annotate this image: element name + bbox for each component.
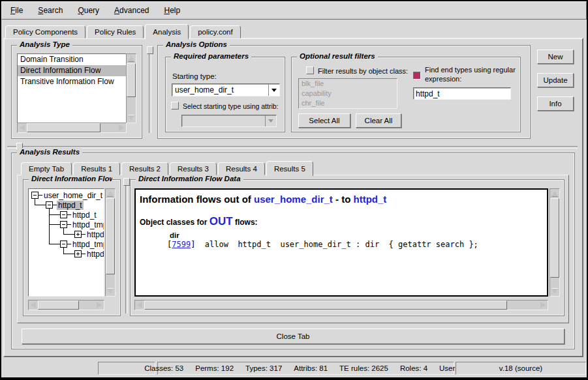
pane-sash-handle[interactable] [123, 178, 130, 186]
menu-query[interactable]: Query [78, 6, 99, 15]
scroll-left-icon[interactable] [135, 300, 144, 310]
object-class-listbox: blk_filecapabilitychr_file [298, 78, 397, 109]
tree-node[interactable]: httpd_tmpfs_t [71, 240, 104, 249]
tab-analysis[interactable]: Analysis [145, 24, 189, 40]
scroll-down-icon[interactable] [106, 287, 115, 296]
tree-expander[interactable] [60, 241, 67, 248]
data-hscrollbar[interactable] [134, 300, 548, 310]
scroll-trough[interactable] [127, 63, 136, 113]
chevron-down-icon[interactable] [268, 84, 279, 96]
tree-expander[interactable] [60, 221, 67, 228]
close-tab-button[interactable]: Close Tab [22, 329, 565, 344]
scroll-thumb[interactable] [550, 198, 559, 278]
attrib-checkbox[interactable] [171, 102, 179, 110]
tab-policy-conf[interactable]: policy.conf [190, 25, 240, 38]
pane-sash[interactable] [149, 54, 151, 133]
new-button[interactable]: New [537, 50, 574, 64]
scroll-trough[interactable] [38, 300, 95, 310]
status-stat: Perms: 192 [195, 364, 234, 372]
scroll-trough[interactable] [27, 123, 117, 132]
tree-vscrollbar[interactable] [105, 188, 116, 297]
scroll-thumb[interactable] [127, 63, 136, 97]
tree-expander[interactable] [46, 201, 53, 209]
scroll-left-icon[interactable] [18, 123, 27, 132]
tree-connector [49, 244, 60, 244]
scroll-down-icon[interactable] [550, 287, 559, 296]
analysis-results-group: Analysis Results Empty TabResults 1Resul… [11, 153, 575, 349]
scroll-thumb[interactable] [144, 300, 507, 310]
tab-policy-components[interactable]: Policy Components [5, 25, 85, 38]
results-tab-bar: Empty TabResults 1Results 2Results 3Resu… [21, 160, 313, 175]
tree-node[interactable]: httpd_t [71, 211, 98, 220]
pane-sash[interactable] [125, 186, 128, 314]
clear-all-button[interactable]: Clear All [356, 113, 401, 128]
analysis-type-hscrollbar[interactable] [17, 123, 127, 133]
object-class-item: blk_file [299, 79, 397, 89]
scroll-right-icon[interactable] [95, 300, 104, 310]
results-tab-results-4[interactable]: Results 4 [218, 162, 265, 175]
tree-node[interactable]: httpd_t [85, 250, 104, 259]
select-all-button[interactable]: Select All [298, 113, 350, 128]
results-tab-results-5[interactable]: Results 5 [266, 161, 313, 177]
flow-data-group: Direct Information Flow Data Information… [130, 179, 565, 316]
pane-sash-handle[interactable] [147, 46, 153, 54]
tree-expander[interactable] [60, 211, 67, 218]
menu-file[interactable]: File [10, 6, 23, 15]
tree-node[interactable]: user_home_dir_t [42, 191, 104, 200]
scroll-right-icon[interactable] [117, 123, 126, 132]
tree-node[interactable]: httpd_tmp_t [71, 220, 104, 229]
regex-checkbox[interactable] [413, 72, 421, 80]
starting-type-label: Starting type: [172, 72, 217, 80]
tree-expander[interactable] [74, 231, 82, 238]
optional-filters-title: Optional result filters [297, 52, 378, 60]
tree-expander[interactable] [74, 250, 82, 257]
menu-search[interactable]: Search [38, 6, 63, 15]
scroll-down-icon[interactable] [127, 113, 136, 123]
status-stats-panel: Classes: 53Perms: 192Types: 317Attribs: … [157, 362, 454, 375]
status-stat: Classes: 53 [144, 364, 183, 372]
results-tab-empty-tab[interactable]: Empty Tab [21, 162, 72, 175]
analysis-type-listbox[interactable]: Domain TransitionDirect Information Flow… [17, 53, 127, 123]
scroll-up-icon[interactable] [127, 54, 136, 63]
scroll-trough[interactable] [550, 198, 559, 287]
tab-policy-rules[interactable]: Policy Rules [87, 25, 144, 38]
scroll-trough[interactable] [144, 300, 538, 310]
scroll-up-icon[interactable] [550, 189, 559, 198]
tree-expander[interactable] [31, 192, 39, 199]
results-tab-results-2[interactable]: Results 2 [121, 162, 168, 175]
statusbar: Classes: 53Perms: 192Types: 317Attribs: … [1, 357, 587, 377]
analysis-type-item[interactable]: Transitive Information Flow [18, 76, 126, 87]
update-button[interactable]: Update [537, 73, 574, 87]
analysis-type-vscrollbar[interactable] [126, 53, 136, 123]
scroll-left-icon[interactable] [29, 300, 38, 310]
results-page: Direct Information Flow T user_home_dir_… [17, 175, 569, 323]
flow-data-textarea[interactable]: Information flows out of user_home_dir_t… [134, 188, 548, 297]
results-tab-results-1[interactable]: Results 1 [73, 162, 120, 175]
menu-advanced[interactable]: Advanced [114, 6, 149, 15]
starting-type-combobox[interactable]: user_home_dir_t [172, 83, 280, 96]
regex-input[interactable] [413, 87, 511, 100]
results-tab-results-3[interactable]: Results 3 [170, 162, 217, 175]
rule-id-link[interactable]: 7599 [172, 240, 191, 249]
flow-tree[interactable]: user_home_dir_thttpd_thttpd_thttpd_tmp_t… [28, 188, 104, 297]
scroll-up-icon[interactable] [106, 189, 115, 198]
tree-connector [49, 214, 60, 215]
menu-help[interactable]: Help [164, 6, 180, 15]
analysis-type-item[interactable]: Domain Transition [18, 54, 126, 65]
analysis-type-item[interactable]: Direct Information Flow [18, 65, 126, 76]
scroll-trough[interactable] [106, 198, 115, 287]
tree-hscrollbar[interactable] [28, 300, 104, 310]
tree-node[interactable]: httpd_t [85, 230, 104, 239]
pane-sash[interactable] [7, 146, 578, 149]
data-vscrollbar[interactable] [549, 188, 560, 297]
scroll-thumb[interactable] [27, 123, 101, 132]
filter-class-checkbox[interactable] [306, 66, 314, 74]
scroll-thumb[interactable] [106, 198, 115, 274]
apol-window: FileSearchQueryAdvancedHelp Policy Compo… [0, 0, 588, 380]
analysis-results-title: Analysis Results [17, 148, 82, 156]
scroll-thumb[interactable] [38, 300, 79, 310]
tree-node[interactable]: httpd_t [57, 201, 84, 210]
status-stat: Types: 317 [245, 364, 282, 372]
scroll-right-icon[interactable] [538, 300, 548, 310]
info-button[interactable]: Info [537, 96, 574, 111]
